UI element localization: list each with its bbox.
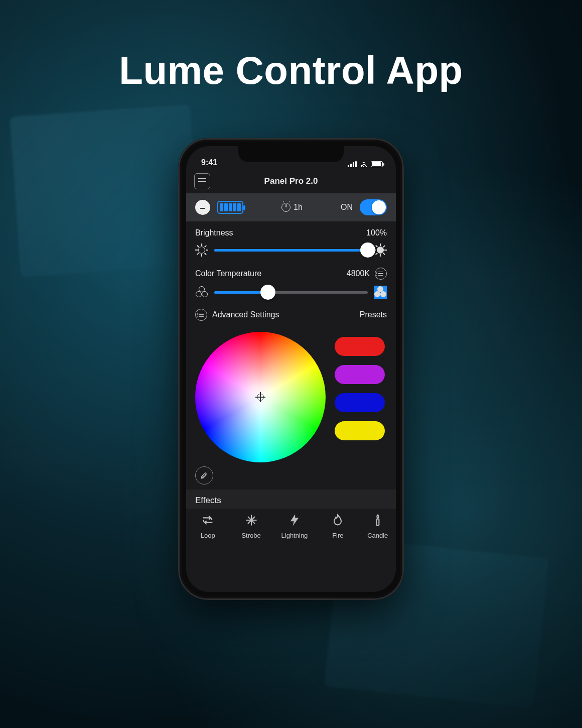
effect-loop[interactable]: Loop	[187, 512, 228, 539]
eyedropper-icon	[200, 471, 209, 480]
bolt-icon	[287, 513, 302, 527]
effect-label: Lightning	[281, 532, 308, 539]
effect-label: Loop	[201, 532, 215, 539]
color-temp-presets-button[interactable]	[375, 268, 387, 280]
remove-device-button[interactable]: –	[195, 200, 210, 215]
device-battery-icon	[217, 201, 243, 214]
color-wheel[interactable]	[195, 332, 326, 462]
advanced-presets-row: Advanced Settings Presets	[186, 303, 396, 327]
effects-row[interactable]: Loop Strobe Lightning Fire Candle	[186, 509, 396, 548]
nav-bar: Panel Pro 2.0	[186, 169, 396, 193]
status-time: 9:41	[201, 158, 217, 167]
nav-title: Panel Pro 2.0	[264, 176, 318, 186]
color-swatch[interactable]	[335, 393, 385, 412]
effect-lightning[interactable]: Lightning	[274, 512, 315, 539]
color-temp-cool-icon	[195, 286, 208, 299]
phone-frame: 9:41 Panel Pro 2.0 – 1h	[178, 138, 404, 600]
background-light-panel	[10, 104, 201, 277]
brightness-slider[interactable]	[214, 242, 368, 258]
phone-screen: 9:41 Panel Pro 2.0 – 1h	[186, 146, 396, 592]
effects-section-label: Effects	[186, 490, 396, 509]
brightness-section: Brightness 100%	[186, 221, 396, 261]
fire-icon	[331, 513, 345, 527]
hero-title: Lume Control App	[0, 48, 582, 93]
color-swatch[interactable]	[335, 337, 385, 356]
color-temp-slider[interactable]	[214, 285, 368, 300]
color-swatch[interactable]	[335, 421, 385, 440]
signal-icon	[348, 161, 357, 167]
loop-icon	[201, 513, 215, 527]
svg-rect-0	[376, 519, 379, 526]
color-temp-warm-icon	[374, 286, 387, 299]
device-status-strip: – 1h ON	[186, 193, 396, 221]
timer-indicator[interactable]: 1h	[281, 203, 303, 212]
brightness-low-icon	[195, 244, 208, 257]
candle-icon	[371, 513, 385, 527]
brightness-high-icon	[374, 244, 387, 257]
color-picker-area	[186, 327, 396, 466]
wifi-icon	[360, 161, 368, 167]
brightness-label: Brightness	[195, 228, 233, 237]
effect-label: Candle	[367, 532, 388, 539]
phone-notch	[238, 146, 344, 162]
effect-candle[interactable]: Candle	[361, 512, 395, 539]
advanced-settings-label: Advanced Settings	[212, 310, 279, 319]
color-wheel-cursor	[255, 392, 265, 402]
menu-button[interactable]	[194, 173, 210, 189]
eyedropper-button[interactable]	[195, 466, 213, 484]
effect-fire[interactable]: Fire	[317, 512, 358, 539]
color-temp-label: Color Temperature	[195, 269, 261, 278]
timer-label: 1h	[294, 203, 303, 212]
effect-label: Fire	[332, 532, 343, 539]
power-state-label: ON	[341, 203, 353, 212]
presets-button[interactable]: Presets	[360, 310, 387, 319]
color-temp-value: 4800K	[347, 269, 370, 278]
sparkle-icon	[244, 513, 258, 527]
stopwatch-icon	[281, 203, 290, 212]
color-temp-section: Color Temperature 4800K	[186, 261, 396, 303]
battery-icon	[371, 161, 383, 167]
brightness-value: 100%	[366, 228, 387, 237]
power-toggle[interactable]	[360, 199, 387, 215]
color-swatch[interactable]	[335, 365, 385, 384]
color-swatches	[335, 332, 385, 440]
effect-label: Strobe	[241, 532, 260, 539]
list-icon	[195, 309, 207, 321]
effect-strobe[interactable]: Strobe	[231, 512, 272, 539]
advanced-settings-button[interactable]: Advanced Settings	[195, 309, 279, 321]
